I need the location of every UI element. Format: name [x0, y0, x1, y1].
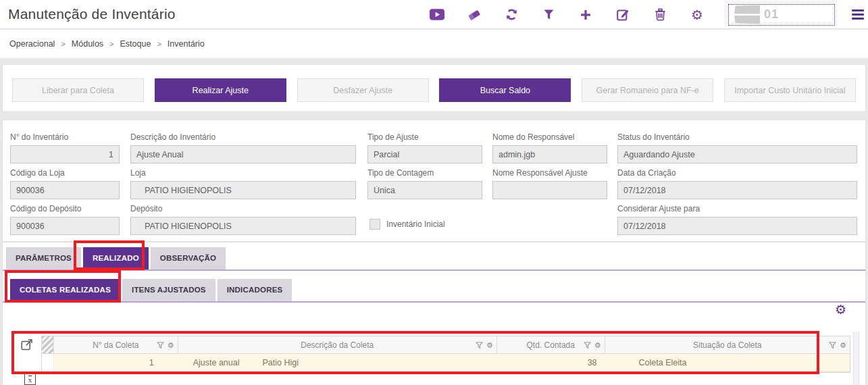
filter-icon[interactable] — [541, 7, 556, 22]
export-excel-icon[interactable]: x — [24, 374, 36, 385]
field-label: Código do Depósito — [10, 204, 120, 213]
field-label: Status do Inventário — [617, 132, 857, 142]
details-panel: PARÂMETROS REALIZADO OBSERVAÇÃO COLETAS … — [2, 242, 866, 385]
breadcrumb-item-estoque[interactable]: Estoque — [120, 39, 151, 49]
column-header-descricao-coleta[interactable]: Descrição da Coleta ⚙ — [178, 336, 497, 353]
field-descricao-inventario: Descrição do Inventário — [130, 132, 356, 163]
column-filter-icon[interactable] — [584, 342, 591, 349]
field-nome-responsavel: Nome do Responsável — [492, 132, 607, 163]
tab-realizado[interactable]: REALIZADO — [83, 247, 149, 270]
grid-vertical-scrollbar[interactable] — [853, 332, 859, 385]
eraser-icon[interactable] — [467, 7, 482, 22]
field-data-criacao: Data da Criação — [617, 168, 857, 199]
field-codigo-loja: Código da Loja — [10, 168, 120, 199]
inventory-form-panel: N° do Inventário Descrição do Inventário… — [2, 120, 866, 242]
field-loja: Loja — [130, 168, 356, 199]
record-count-badge[interactable]: 01 — [728, 4, 835, 26]
column-filter-icon[interactable] — [829, 342, 836, 349]
descricao-inventario-input[interactable] — [130, 145, 356, 163]
grid-header-row: N° da Coleta ⚙ Descrição da Coleta ⚙ Qtd… — [42, 336, 850, 354]
grid-settings-icon[interactable]: ⚙ — [835, 303, 846, 317]
breadcrumb-item-inventario[interactable]: Inventário — [168, 39, 205, 49]
gerar-romaneio-button[interactable]: Gerar Romaneio para NF-e — [582, 78, 713, 102]
sub-tabs: COLETAS REALIZADAS ITENS AJUSTADOS INDIC… — [10, 279, 292, 301]
field-tipo-ajuste: Tipo de Ajuste — [367, 132, 482, 163]
field-label: Tipo de Contagem — [367, 168, 482, 178]
cell-qtd-contada: 38 — [497, 354, 605, 371]
tab-observacao[interactable]: OBSERVAÇÃO — [151, 247, 226, 270]
column-settings-icon[interactable]: ⚙ — [594, 342, 601, 349]
cell-num-coleta: 1 — [54, 354, 178, 371]
field-label: Código da Loja — [10, 168, 120, 178]
coletas-grid: N° da Coleta ⚙ Descrição da Coleta ⚙ Qtd… — [41, 336, 850, 373]
inventario-inicial-label: Inventário Inicial — [386, 220, 445, 229]
field-inventario-inicial: Inventário Inicial — [369, 219, 445, 230]
open-in-window-icon[interactable] — [21, 338, 33, 351]
column-filter-icon[interactable] — [476, 342, 483, 349]
field-label: Nome Responsável Ajuste — [492, 168, 607, 178]
sub-tabs-underline — [3, 301, 865, 303]
field-label: Depósito — [130, 204, 356, 213]
codigo-loja-input[interactable] — [10, 181, 120, 199]
tab-indicadores[interactable]: INDICADORES — [218, 279, 292, 301]
main-tabs-underline — [3, 270, 865, 271]
field-deposito: Depósito — [130, 204, 356, 235]
field-label: Nome do Responsável — [492, 132, 607, 142]
status-inventario-input[interactable] — [617, 145, 857, 163]
row-handle — [42, 354, 54, 371]
importar-custo-button[interactable]: Importar Custo Unitário Inicial — [724, 78, 856, 102]
video-play-icon[interactable] — [430, 7, 444, 22]
deposito-input[interactable] — [130, 217, 356, 235]
field-codigo-deposito: Código do Depósito — [10, 204, 120, 235]
tab-itens-ajustados[interactable]: ITENS AJUSTADOS — [122, 279, 215, 301]
field-label: N° do Inventário — [10, 132, 120, 142]
tab-parametros[interactable]: PARÂMETROS — [6, 247, 81, 270]
data-criacao-input[interactable] — [617, 181, 857, 199]
add-icon[interactable] — [578, 7, 593, 22]
breadcrumb-item-modulos[interactable]: Módulos — [72, 39, 103, 49]
nome-responsavel-ajuste-input[interactable] — [492, 181, 607, 199]
column-filter-icon[interactable] — [157, 342, 164, 349]
main-tabs: PARÂMETROS REALIZADO OBSERVAÇÃO — [6, 247, 226, 270]
codigo-deposito-input[interactable] — [10, 217, 120, 235]
breadcrumb-separator: > — [157, 40, 161, 48]
liberar-para-coleta-button[interactable]: Liberar para Coleta — [12, 78, 144, 102]
field-label: Data da Criação — [617, 168, 857, 178]
field-label: Considerar Ajuste para — [617, 204, 857, 213]
refresh-icon[interactable] — [504, 7, 519, 22]
nome-responsavel-input[interactable] — [492, 145, 607, 163]
record-count-value: 01 — [764, 7, 779, 22]
considerar-ajuste-para-input[interactable] — [617, 217, 857, 235]
tab-coletas-realizadas[interactable]: COLETAS REALIZADAS — [10, 279, 120, 301]
column-header-situacao-coleta[interactable]: Situação da Coleta ⚙ — [605, 336, 850, 353]
inventario-inicial-checkbox[interactable] — [369, 219, 380, 230]
column-header-qtd-contada[interactable]: Qtd. Contada ⚙ — [497, 336, 605, 353]
grid-data-row[interactable]: 1 Ajuste anual Patio Higi 38 Coleta Elei… — [42, 354, 850, 372]
row-handle-header — [42, 336, 54, 353]
num-inventario-input[interactable] — [10, 145, 120, 163]
column-settings-icon[interactable]: ⚙ — [486, 342, 493, 349]
breadcrumb-item-operacional[interactable]: Operacional — [9, 39, 55, 49]
field-label: Loja — [130, 168, 356, 178]
realizar-ajuste-button[interactable]: Realizar Ajuste — [155, 78, 286, 102]
loja-input[interactable] — [130, 181, 356, 199]
desfazer-ajuste-button[interactable]: Desfazer Ajuste — [297, 78, 429, 102]
breadcrumb-separator: > — [109, 40, 113, 48]
edit-icon[interactable] — [615, 7, 630, 22]
delete-icon[interactable] — [653, 7, 667, 22]
actions-panel: Liberar para Coleta Realizar Ajuste Desf… — [2, 64, 866, 112]
field-tipo-contagem: Tipo de Contagem — [367, 168, 482, 199]
inventory-maintenance-screen: Manutenção de Inventário — [0, 0, 868, 385]
column-settings-icon[interactable]: ⚙ — [840, 342, 846, 349]
column-header-num-coleta[interactable]: N° da Coleta ⚙ — [54, 336, 178, 353]
breadcrumb-separator: > — [61, 40, 65, 48]
toolbar: ⚙ 01 — [430, 0, 864, 29]
column-settings-icon[interactable]: ⚙ — [168, 342, 174, 349]
record-badge-logo-icon — [734, 5, 760, 24]
settings-icon[interactable]: ⚙ — [690, 7, 705, 22]
field-num-inventario: N° do Inventário — [10, 132, 120, 163]
buscar-saldo-button[interactable]: Buscar Saldo — [439, 78, 571, 102]
tipo-contagem-input[interactable] — [367, 181, 482, 199]
menu-icon[interactable] — [852, 9, 864, 20]
tipo-ajuste-input[interactable] — [367, 145, 482, 163]
